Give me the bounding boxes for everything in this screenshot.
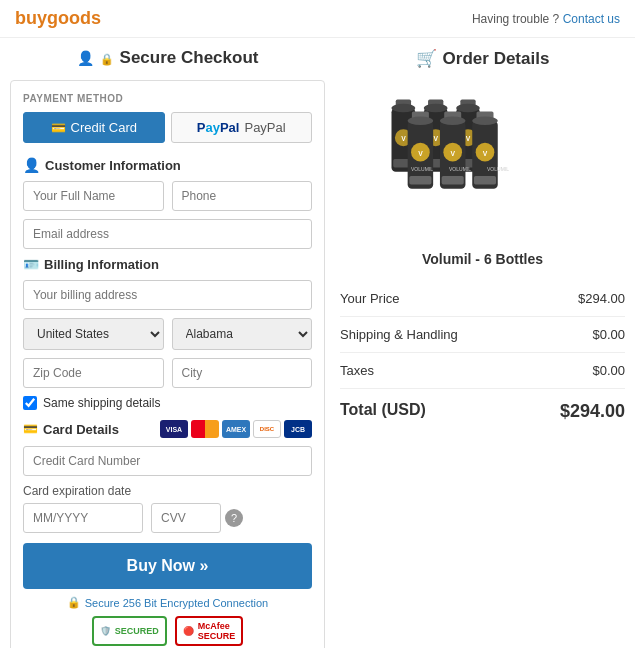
- secure-text: 🔒 Secure 256 Bit Encrypted Connection: [23, 596, 312, 609]
- full-name-input[interactable]: [23, 181, 164, 211]
- expiry-label: Card expiration date: [23, 484, 312, 498]
- name-phone-row: [23, 181, 312, 211]
- billing-icon: 🪪: [23, 257, 39, 272]
- card-details-title: 💳 Card Details: [23, 422, 119, 437]
- logo: buygoods: [15, 8, 101, 29]
- header-right: Having trouble ? Contact us: [472, 12, 620, 26]
- svg-text:V: V: [465, 135, 470, 142]
- order-row-shipping: Shipping & Handling $0.00: [340, 317, 625, 353]
- svg-text:VOLUMIL: VOLUMIL: [487, 166, 509, 172]
- cvv-wrap: ?: [151, 503, 243, 533]
- lock-icon: [100, 48, 114, 68]
- order-total-row: Total (USD) $294.00: [340, 389, 625, 434]
- taxes-label: Taxes: [340, 363, 374, 378]
- product-name: Volumil - 6 Bottles: [340, 251, 625, 267]
- paypal-tab-label: PayPal: [244, 120, 285, 135]
- trust-badges: 🛡️ SECURED 🔴 McAfeeSECURE: [23, 616, 312, 646]
- svg-point-8: [423, 104, 447, 113]
- email-input[interactable]: [23, 219, 312, 249]
- secured-badge-label: SECURED: [115, 626, 159, 636]
- checkout-title: Secure Checkout: [10, 48, 325, 68]
- cvv-input[interactable]: [151, 503, 221, 533]
- billing-address-input[interactable]: [23, 280, 312, 310]
- tab-credit-card[interactable]: 💳 Credit Card: [23, 112, 165, 143]
- svg-point-2: [391, 104, 415, 113]
- logo-goods: goods: [47, 8, 101, 28]
- country-state-row: United States Alabama: [23, 318, 312, 350]
- credit-card-tab-label: Credit Card: [71, 120, 137, 135]
- country-select[interactable]: United States: [23, 318, 164, 350]
- cart-icon: 🛒: [416, 48, 437, 69]
- order-row-price: Your Price $294.00: [340, 281, 625, 317]
- billing-info-title: 🪪 Billing Information: [23, 257, 312, 272]
- logo-buy: buy: [15, 8, 47, 28]
- svg-text:V: V: [450, 150, 455, 157]
- main-layout: Secure Checkout PAYMENT METHOD 💳 Credit …: [0, 38, 635, 648]
- zip-city-row: [23, 358, 312, 388]
- order-details-title-text: Order Details: [443, 49, 550, 69]
- svg-text:V: V: [433, 135, 438, 142]
- expiry-cvv-row: ?: [23, 503, 312, 533]
- card-icons: VISA AMEX DISC JCB: [160, 420, 312, 438]
- card-number-row: [23, 446, 312, 476]
- order-details-title: 🛒 Order Details: [340, 48, 625, 69]
- header: buygoods Having trouble ? Contact us: [0, 0, 635, 38]
- mastercard-icon: [191, 420, 219, 438]
- svg-text:V: V: [418, 150, 423, 157]
- checkout-title-text: Secure Checkout: [120, 48, 259, 68]
- tab-paypal[interactable]: PayPal PayPal: [171, 112, 313, 143]
- payment-box: PAYMENT METHOD 💳 Credit Card PayPal PayP…: [10, 80, 325, 648]
- secured-badge: 🛡️ SECURED: [92, 616, 167, 646]
- total-value: $294.00: [560, 401, 625, 422]
- card-number-input[interactable]: [23, 446, 312, 476]
- payment-tabs: 💳 Credit Card PayPal PayPal: [23, 112, 312, 143]
- order-summary: Your Price $294.00 Shipping & Handling $…: [340, 281, 625, 434]
- svg-point-26: [439, 117, 465, 126]
- jcb-icon: JCB: [284, 420, 312, 438]
- phone-input[interactable]: [172, 181, 313, 211]
- city-input[interactable]: [172, 358, 313, 388]
- taxes-value: $0.00: [592, 363, 625, 378]
- expiry-input[interactable]: [23, 503, 143, 533]
- paypal-icon: PayPal: [197, 120, 240, 135]
- discover-icon: DISC: [253, 420, 281, 438]
- mcafee-badge: 🔴 McAfeeSECURE: [175, 616, 244, 646]
- email-row: [23, 219, 312, 249]
- cvv-help-icon[interactable]: ?: [225, 509, 243, 527]
- trouble-text: Having trouble ?: [472, 12, 559, 26]
- address-row: [23, 280, 312, 310]
- card-details-icon: 💳: [23, 422, 38, 436]
- svg-point-20: [407, 117, 433, 126]
- zip-input[interactable]: [23, 358, 164, 388]
- svg-text:VOLUMIL: VOLUMIL: [411, 166, 433, 172]
- svg-point-14: [456, 104, 480, 113]
- visa-icon: VISA: [160, 420, 188, 438]
- svg-point-32: [472, 117, 498, 126]
- same-shipping-label: Same shipping details: [43, 396, 160, 410]
- shipping-label: Shipping & Handling: [340, 327, 458, 342]
- payment-method-label: PAYMENT METHOD: [23, 93, 312, 104]
- total-label: Total (USD): [340, 401, 426, 422]
- contact-link[interactable]: Contact us: [563, 12, 620, 26]
- secure-lock-icon: 🔒: [67, 596, 81, 609]
- mcafee-badge-label: McAfeeSECURE: [198, 621, 236, 641]
- mcafee-icon: 🔴: [183, 626, 194, 636]
- svg-rect-35: [473, 176, 495, 185]
- svg-text:V: V: [401, 135, 406, 142]
- your-price-value: $294.00: [578, 291, 625, 306]
- product-image: V V V: [363, 81, 603, 241]
- amex-icon: AMEX: [222, 420, 250, 438]
- credit-card-icon: 💳: [51, 121, 66, 135]
- card-details-header: 💳 Card Details VISA AMEX DISC JCB: [23, 420, 312, 438]
- order-row-taxes: Taxes $0.00: [340, 353, 625, 389]
- left-panel: Secure Checkout PAYMENT METHOD 💳 Credit …: [10, 48, 325, 648]
- shipping-value: $0.00: [592, 327, 625, 342]
- same-shipping-checkbox[interactable]: [23, 396, 37, 410]
- buy-now-button[interactable]: Buy Now »: [23, 543, 312, 589]
- shield-icon: 🛡️: [100, 626, 111, 636]
- state-select[interactable]: Alabama: [172, 318, 313, 350]
- svg-text:V: V: [482, 150, 487, 157]
- product-image-wrap: V V V: [340, 81, 625, 241]
- customer-info-title: Customer Information: [23, 157, 312, 173]
- customer-icon: [23, 157, 40, 173]
